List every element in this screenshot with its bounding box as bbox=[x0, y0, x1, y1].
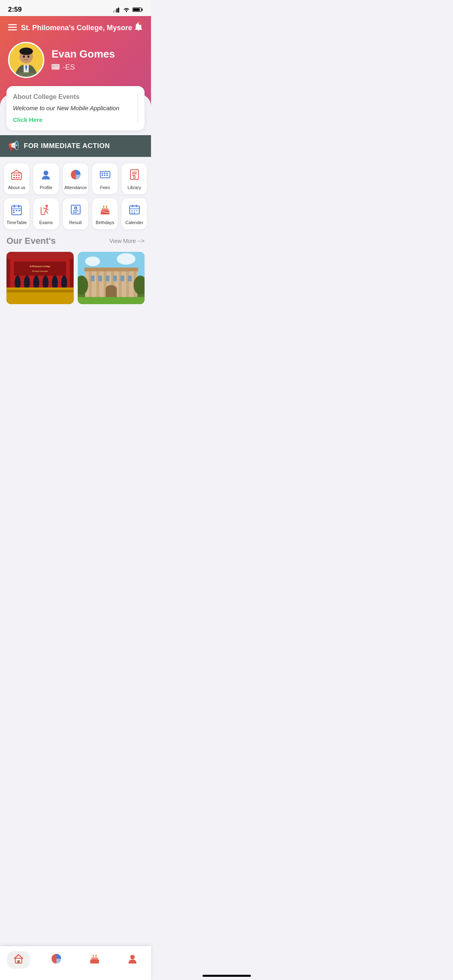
about-us-label: About us bbox=[8, 185, 25, 190]
svg-rect-66 bbox=[102, 208, 108, 211]
menu-item-timetable[interactable]: TimeTable bbox=[4, 198, 29, 229]
svg-rect-6 bbox=[133, 8, 140, 11]
svg-rect-3 bbox=[118, 8, 119, 12]
result-icon bbox=[70, 204, 81, 217]
status-bar: 2:59 bbox=[0, 0, 151, 16]
svg-point-43 bbox=[133, 177, 135, 179]
svg-rect-28 bbox=[16, 177, 17, 178]
our-events-title: Our Event's bbox=[6, 236, 56, 246]
about-us-icon bbox=[11, 169, 22, 182]
svg-rect-21 bbox=[56, 65, 59, 66]
menu-item-profile[interactable]: Profile bbox=[33, 163, 59, 194]
svg-rect-105 bbox=[98, 276, 101, 281]
status-time: 2:59 bbox=[8, 6, 22, 14]
svg-point-78 bbox=[131, 212, 132, 214]
user-details: Evan Gomes -ES bbox=[52, 48, 115, 72]
svg-rect-22 bbox=[56, 66, 58, 67]
svg-rect-29 bbox=[18, 177, 20, 178]
timetable-icon bbox=[11, 204, 22, 217]
svg-point-17 bbox=[23, 56, 25, 58]
svg-rect-62 bbox=[73, 210, 79, 211]
events-section: Our Event's View More --> bbox=[0, 233, 151, 311]
svg-rect-23 bbox=[12, 173, 21, 179]
svg-line-64 bbox=[76, 208, 77, 208]
svg-rect-49 bbox=[16, 210, 17, 211]
events-divider bbox=[138, 93, 138, 123]
menu-item-result[interactable]: Result bbox=[63, 198, 89, 229]
event-card-convocation[interactable]: St.Philomena's College 5th Annual Convoc… bbox=[6, 252, 74, 304]
svg-rect-8 bbox=[8, 27, 17, 28]
library-icon bbox=[129, 169, 140, 182]
view-more-link[interactable]: View More --> bbox=[110, 238, 145, 244]
svg-text:St.Philomena's College: St.Philomena's College bbox=[30, 265, 50, 268]
svg-rect-5 bbox=[142, 9, 143, 11]
timetable-label: TimeTable bbox=[6, 220, 27, 225]
svg-line-57 bbox=[46, 210, 48, 213]
calendar-icon bbox=[129, 204, 140, 217]
menu-item-attendance[interactable]: Attendance bbox=[63, 163, 89, 194]
content-area: About College Events Welcome to our New … bbox=[0, 94, 151, 347]
events-card-title: About College Events bbox=[13, 93, 133, 101]
svg-point-79 bbox=[134, 212, 135, 214]
svg-rect-41 bbox=[132, 173, 137, 174]
bell-icon[interactable] bbox=[134, 22, 143, 34]
svg-rect-73 bbox=[132, 205, 133, 207]
svg-point-75 bbox=[131, 210, 132, 212]
attendance-label: Attendance bbox=[64, 185, 87, 190]
immediate-action-banner: 📢 FOR IMMEDIATE ACTION bbox=[0, 135, 151, 157]
svg-rect-74 bbox=[136, 205, 137, 207]
event-image-convocation: St.Philomena's College 5th Annual Convoc… bbox=[6, 252, 74, 304]
svg-rect-2 bbox=[116, 8, 118, 12]
events-section-header: Our Event's View More --> bbox=[6, 236, 145, 246]
svg-rect-9 bbox=[8, 29, 17, 31]
signal-icon bbox=[113, 7, 120, 12]
status-icons bbox=[113, 7, 143, 12]
attendance-icon bbox=[70, 169, 81, 182]
svg-rect-46 bbox=[14, 205, 15, 208]
result-label: Result bbox=[69, 220, 82, 225]
header-title-row: St. Philomena's College, Mysore bbox=[8, 24, 132, 32]
menu-item-fees[interactable]: Fees bbox=[92, 163, 118, 194]
svg-point-69 bbox=[103, 206, 104, 207]
menu-item-birthdays[interactable]: Birthdays bbox=[92, 198, 118, 229]
wifi-icon bbox=[123, 7, 130, 12]
svg-point-76 bbox=[134, 210, 135, 212]
svg-rect-24 bbox=[13, 175, 15, 176]
svg-rect-98 bbox=[96, 271, 99, 300]
svg-rect-1 bbox=[115, 10, 116, 12]
svg-point-95 bbox=[117, 253, 135, 265]
svg-rect-101 bbox=[118, 271, 121, 300]
hamburger-icon[interactable] bbox=[8, 24, 17, 32]
events-text-area: About College Events Welcome to our New … bbox=[13, 93, 133, 123]
click-here-button[interactable]: Click Here bbox=[13, 116, 133, 123]
header-top: St. Philomena's College, Mysore bbox=[8, 16, 143, 42]
megaphone-icon: 📢 bbox=[8, 141, 19, 151]
svg-rect-97 bbox=[89, 271, 91, 300]
svg-rect-112 bbox=[84, 268, 138, 271]
svg-rect-117 bbox=[78, 297, 145, 305]
event-image-college bbox=[78, 252, 145, 304]
svg-rect-47 bbox=[18, 205, 19, 208]
menu-item-calendar[interactable]: Calender bbox=[122, 198, 147, 229]
bottom-padding bbox=[0, 311, 151, 347]
svg-point-18 bbox=[27, 56, 29, 58]
svg-rect-104 bbox=[91, 276, 94, 281]
svg-rect-106 bbox=[105, 276, 109, 281]
birthdays-icon bbox=[99, 204, 111, 217]
svg-point-16 bbox=[19, 47, 33, 55]
svg-rect-108 bbox=[120, 276, 124, 281]
birthdays-label: Birthdays bbox=[96, 220, 114, 225]
svg-rect-89 bbox=[6, 290, 74, 292]
menu-item-about-us[interactable]: About us bbox=[4, 163, 29, 194]
svg-rect-42 bbox=[132, 175, 135, 176]
exams-icon bbox=[40, 204, 52, 217]
battery-icon bbox=[132, 7, 143, 12]
event-card-college[interactable]: St.Philomena's PCA PSVRR A bbox=[78, 252, 145, 304]
svg-rect-33 bbox=[101, 173, 103, 174]
calendar-label: Calender bbox=[125, 220, 143, 225]
user-id-row: -ES bbox=[52, 63, 115, 72]
menu-item-library[interactable]: Library bbox=[122, 163, 147, 194]
user-name: Evan Gomes bbox=[52, 48, 115, 60]
svg-rect-48 bbox=[13, 210, 14, 211]
menu-item-exams[interactable]: Exams bbox=[33, 198, 59, 229]
